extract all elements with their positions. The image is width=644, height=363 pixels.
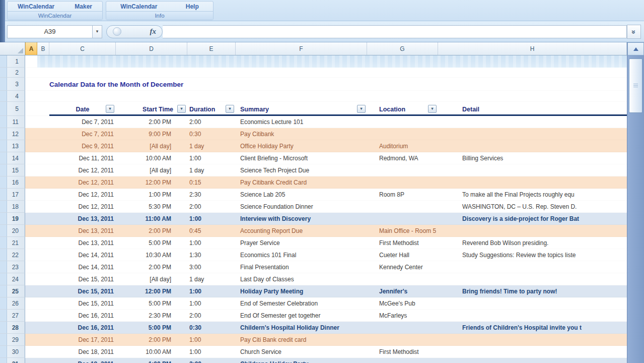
cell-dur[interactable]: 0:30: [187, 128, 236, 140]
vertical-scrollbar[interactable]: [627, 42, 644, 363]
cell-date[interactable]: Dec 17, 2011: [49, 334, 116, 346]
row-number[interactable]: 11: [0, 116, 25, 128]
cell-time[interactable]: 5:00 PM: [116, 322, 187, 334]
cell-date[interactable]: Dec 13, 2011: [49, 237, 116, 249]
banner-row[interactable]: [37, 55, 644, 68]
row-number[interactable]: 30: [0, 346, 25, 358]
cell-date[interactable]: Dec 15, 2011: [49, 297, 116, 310]
row-number[interactable]: 25: [0, 285, 25, 297]
cell-dur[interactable]: 1:30: [187, 249, 236, 261]
cell-summary[interactable]: Science Lab 205: [236, 189, 367, 201]
filter-dropdown-duration[interactable]: ▾: [226, 105, 234, 113]
wincalendar-button[interactable]: WinCalendar: [15, 3, 57, 10]
row-number[interactable]: 12: [0, 128, 25, 140]
row-number[interactable]: 26: [0, 297, 25, 310]
cell-time[interactable]: [All day]: [116, 164, 187, 176]
cell-time[interactable]: [All day]: [116, 273, 187, 285]
cell-loc[interactable]: [367, 128, 438, 140]
cell-time[interactable]: [All day]: [116, 140, 187, 152]
cell-summary[interactable]: Science Tech Project Due: [236, 164, 367, 176]
cell-summary[interactable]: Childern's Hospital Holiday Dinner: [236, 322, 367, 334]
cell-dur[interactable]: 0:45: [187, 225, 236, 237]
cell-loc[interactable]: McFarleys: [367, 310, 438, 322]
cell-loc[interactable]: First Methodist: [367, 237, 438, 249]
cell-date[interactable]: Dec 11, 2011: [49, 152, 116, 164]
row-number[interactable]: 2: [0, 68, 25, 78]
wincalendar-info-button[interactable]: WinCalendar: [117, 3, 160, 10]
cell-dur[interactable]: 1:00: [187, 213, 236, 225]
cell-time[interactable]: 2:30 PM: [116, 310, 187, 322]
cell-date[interactable]: Dec 18, 2011: [49, 358, 116, 363]
cell-dur[interactable]: 2:00: [187, 358, 236, 363]
cell-summary[interactable]: Prayer Service: [236, 237, 367, 249]
row-number[interactable]: 1: [0, 55, 25, 68]
cell-detail[interactable]: [438, 116, 644, 128]
cell-summary[interactable]: Science Foundation Dinner: [236, 201, 367, 213]
cell-time[interactable]: 2:00 PM: [116, 261, 187, 273]
cell-summary[interactable]: End Of Semester get together: [236, 310, 367, 322]
cell-detail[interactable]: [438, 358, 644, 363]
cell-date[interactable]: Dec 18, 2011: [49, 346, 116, 358]
cell-dur[interactable]: 3:00: [187, 261, 236, 273]
cell-time[interactable]: 2:00 PM: [116, 116, 187, 128]
cell-date[interactable]: Dec 12, 2011: [49, 164, 116, 176]
cell-date[interactable]: Dec 13, 2011: [49, 225, 116, 237]
filter-dropdown-start-time[interactable]: ▾: [177, 105, 186, 113]
column-header-A[interactable]: A: [25, 42, 37, 55]
cell-date[interactable]: Dec 7, 2011: [49, 116, 116, 128]
row-number[interactable]: 23: [0, 261, 25, 273]
cell-date[interactable]: Dec 9, 2011: [49, 140, 116, 152]
cell-summary[interactable]: Last Day of Classes: [236, 273, 367, 285]
cell-summary[interactable]: Holiday Party Meeting: [236, 285, 367, 297]
cell-time[interactable]: 5:00 PM: [116, 297, 187, 310]
cell-date[interactable]: Dec 14, 2011: [49, 249, 116, 261]
scroll-up-button[interactable]: [627, 42, 644, 55]
column-header-C[interactable]: C: [49, 42, 116, 55]
cell-summary[interactable]: Client Briefing - Microsoft: [236, 152, 367, 164]
cell-detail[interactable]: [438, 176, 644, 189]
cell-time[interactable]: 12:00 PM: [116, 176, 187, 189]
cell-loc[interactable]: McGee's Pub: [367, 297, 438, 310]
cell-date[interactable]: Dec 14, 2011: [49, 261, 116, 273]
cell-loc[interactable]: [367, 358, 438, 363]
cell-summary[interactable]: Childrens Holiday Party: [236, 358, 367, 363]
cell-time[interactable]: 2:00 PM: [116, 225, 187, 237]
cell-date[interactable]: Dec 15, 2011: [49, 273, 116, 285]
row-number[interactable]: 24: [0, 273, 25, 285]
cell-time[interactable]: 10:00 AM: [116, 346, 187, 358]
cell-detail[interactable]: [438, 164, 644, 176]
cell-detail[interactable]: WASHINGTON, DC – U.S. Rep. Steven D.: [438, 201, 644, 213]
cell-loc[interactable]: [367, 334, 438, 346]
column-header-H[interactable]: H: [438, 42, 627, 55]
help-button[interactable]: Help: [183, 3, 202, 10]
column-header-G[interactable]: G: [367, 42, 438, 55]
cell-detail[interactable]: Reverend Bob Wilson presiding.: [438, 237, 644, 249]
insert-function-control[interactable]: fx: [106, 25, 163, 38]
cell-loc[interactable]: Auditorium: [367, 140, 438, 152]
cell-detail[interactable]: [438, 297, 644, 310]
cell-time[interactable]: 1:00 PM: [116, 189, 187, 201]
cell-summary[interactable]: Pay Citibank: [236, 128, 367, 140]
cell-time[interactable]: 1:00 PM: [116, 358, 187, 363]
cell-detail[interactable]: [438, 334, 644, 346]
cell-time[interactable]: 2:00 PM: [116, 334, 187, 346]
cell-detail[interactable]: [438, 261, 644, 273]
cell-summary[interactable]: Pay Citi Bank credit card: [236, 334, 367, 346]
row-number[interactable]: 15: [0, 164, 25, 176]
cell-date[interactable]: Dec 12, 2011: [49, 189, 116, 201]
cell-summary[interactable]: Final Presentation: [236, 261, 367, 273]
cell-loc[interactable]: [367, 213, 438, 225]
cell-dur[interactable]: 2:00: [187, 201, 236, 213]
row-number[interactable]: 29: [0, 334, 25, 346]
select-all-corner[interactable]: [0, 42, 25, 55]
row-number[interactable]: 16: [0, 176, 25, 189]
cell-summary[interactable]: Church Service: [236, 346, 367, 358]
cell-loc[interactable]: [367, 176, 438, 189]
cell-loc[interactable]: [367, 201, 438, 213]
cell-loc[interactable]: Redmond, WA: [367, 152, 438, 164]
column-header-B[interactable]: B: [37, 42, 49, 55]
filter-dropdown-date[interactable]: ▾: [106, 105, 114, 113]
row-number[interactable]: 28: [0, 322, 25, 334]
cell-date[interactable]: Dec 15, 2011: [49, 285, 116, 297]
formula-input[interactable]: [163, 25, 627, 38]
